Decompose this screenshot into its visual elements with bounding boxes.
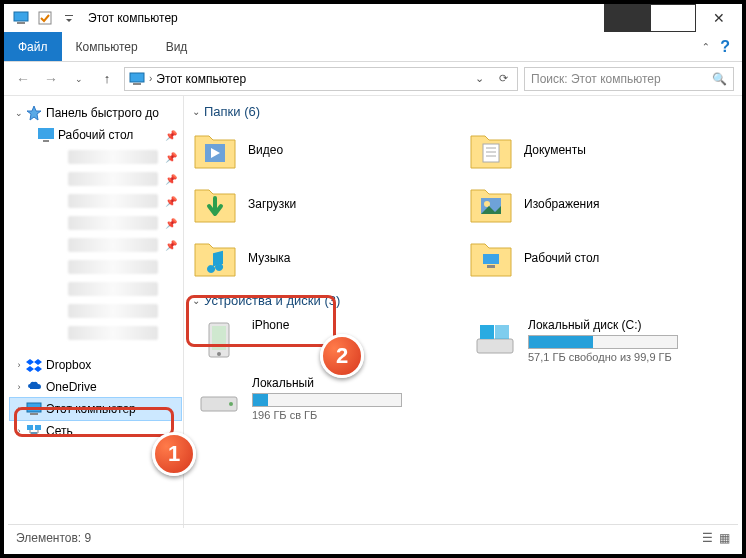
svg-point-26 — [217, 352, 221, 356]
svg-rect-3 — [65, 15, 73, 16]
svg-rect-9 — [27, 403, 41, 412]
sidebar-item-blurred[interactable]: 📌 — [10, 146, 181, 168]
svg-rect-28 — [480, 325, 494, 339]
folder-label: Документы — [524, 143, 586, 157]
folder-icon — [468, 127, 514, 173]
sidebar: ⌄ Панель быстрого до Рабочий стол 📌 📌 📌 … — [4, 96, 184, 528]
nav-recent-button[interactable]: ⌄ — [68, 68, 90, 90]
refresh-button[interactable]: ⟳ — [493, 72, 513, 85]
minimize-button[interactable] — [604, 4, 650, 32]
window-title: Этот компьютер — [88, 11, 178, 25]
folder-icon — [468, 181, 514, 227]
device-label: Локальный диск (C:) — [528, 318, 678, 332]
sidebar-label: Рабочий стол — [58, 128, 165, 142]
svg-rect-25 — [212, 326, 226, 350]
view-large-icon[interactable]: ▦ — [719, 531, 730, 545]
svg-rect-12 — [35, 425, 41, 430]
svg-rect-29 — [495, 325, 509, 339]
folder-item-pictures[interactable]: Изображения — [468, 179, 734, 229]
sidebar-item-onedrive[interactable]: › OneDrive — [10, 376, 181, 398]
svg-rect-4 — [130, 73, 144, 82]
section-devices-header[interactable]: ⌄ Устройства и диски (3) — [192, 289, 734, 314]
pin-icon: 📌 — [165, 152, 177, 163]
section-label: Устройства и диски (3) — [204, 293, 340, 308]
sidebar-label: Этот компьютер — [46, 402, 181, 416]
sidebar-item-network[interactable]: › Сеть — [10, 420, 181, 442]
svg-rect-7 — [38, 128, 54, 139]
search-input[interactable]: Поиск: Этот компьютер 🔍 — [524, 67, 734, 91]
sidebar-item-dropbox[interactable]: › Dropbox — [10, 354, 181, 376]
status-elements: Элементов: 9 — [16, 531, 91, 545]
sidebar-label: Dropbox — [46, 358, 181, 372]
device-item-disk-c[interactable]: Локальный диск (C:) 57,1 ГБ свободно из … — [468, 314, 734, 368]
svg-rect-5 — [133, 83, 141, 85]
nav-up-button[interactable]: ↑ — [96, 68, 118, 90]
pc-icon — [129, 72, 145, 86]
chevron-down-icon: ⌄ — [192, 106, 200, 117]
folder-icon — [192, 181, 238, 227]
ribbon-collapse-icon[interactable]: ⌄ — [702, 41, 710, 52]
sidebar-item-desktop[interactable]: Рабочий стол 📌 — [10, 124, 181, 146]
svg-rect-1 — [17, 22, 25, 24]
svg-rect-16 — [483, 144, 499, 162]
svg-rect-10 — [30, 413, 38, 415]
address-dropdown-button[interactable]: ⌄ — [469, 72, 489, 85]
sidebar-item-quick-access[interactable]: ⌄ Панель быстрого до — [10, 102, 181, 124]
folder-item-desktop[interactable]: Рабочий стол — [468, 233, 734, 283]
tab-view[interactable]: Вид — [152, 32, 202, 61]
content-pane: ⌄ Папки (6) Видео Документы — [184, 96, 742, 528]
svg-rect-2 — [39, 12, 51, 24]
address-separator-icon: › — [149, 73, 152, 84]
sidebar-item-blurred[interactable] — [10, 278, 181, 300]
svg-rect-27 — [477, 339, 513, 353]
sidebar-item-blurred[interactable] — [10, 322, 181, 344]
folder-icon — [192, 127, 238, 173]
device-item-iphone[interactable]: iPhone — [192, 314, 458, 368]
nav-back-button[interactable]: ← — [12, 68, 34, 90]
nav-forward-button[interactable]: → — [40, 68, 62, 90]
sidebar-item-this-pc[interactable]: › Этот компьютер — [10, 398, 181, 420]
address-bar[interactable]: › Этот компьютер ⌄ ⟳ — [124, 67, 518, 91]
maximize-button[interactable] — [650, 4, 696, 32]
navbar: ← → ⌄ ↑ › Этот компьютер ⌄ ⟳ Поиск: Этот… — [4, 62, 742, 96]
folder-item-video[interactable]: Видео — [192, 125, 458, 175]
section-folders-header[interactable]: ⌄ Папки (6) — [192, 100, 734, 125]
view-details-icon[interactable]: ☰ — [702, 531, 713, 545]
desktop-icon — [38, 127, 54, 143]
pin-icon: 📌 — [165, 240, 177, 251]
tab-computer[interactable]: Компьютер — [62, 32, 152, 61]
sidebar-item-blurred[interactable]: 📌 — [10, 234, 181, 256]
chevron-down-icon: ⌄ — [12, 108, 26, 118]
folder-item-music[interactable]: Музыка — [192, 233, 458, 283]
svg-rect-22 — [483, 254, 499, 264]
pin-icon: 📌 — [165, 218, 177, 229]
sidebar-item-blurred[interactable] — [10, 300, 181, 322]
folder-label: Музыка — [248, 251, 290, 265]
qat-pc-icon — [10, 7, 32, 29]
qat-overflow[interactable] — [58, 7, 80, 29]
sidebar-item-blurred[interactable]: 📌 — [10, 190, 181, 212]
chevron-right-icon: › — [12, 382, 26, 392]
pin-icon: 📌 — [165, 196, 177, 207]
sidebar-label: Сеть — [46, 424, 181, 438]
chevron-right-icon: › — [12, 426, 26, 436]
drive-icon — [196, 376, 242, 422]
sidebar-item-blurred[interactable] — [10, 256, 181, 278]
sidebar-item-blurred[interactable]: 📌 — [10, 212, 181, 234]
help-icon[interactable]: ? — [720, 38, 730, 56]
folder-item-documents[interactable]: Документы — [468, 125, 734, 175]
folder-item-downloads[interactable]: Загрузки — [192, 179, 458, 229]
tab-file[interactable]: Файл — [4, 32, 62, 61]
svg-rect-8 — [43, 140, 49, 142]
search-icon: 🔍 — [712, 72, 727, 86]
folder-label: Загрузки — [248, 197, 296, 211]
network-icon — [26, 423, 42, 439]
folder-icon — [468, 235, 514, 281]
device-item-disk-local[interactable]: Локальный 196 ГБ св ГБ — [192, 372, 458, 426]
qat-checkbox-icon[interactable] — [34, 7, 56, 29]
sidebar-item-blurred[interactable]: 📌 — [10, 168, 181, 190]
device-label: Локальный — [252, 376, 402, 390]
star-icon — [26, 105, 42, 121]
section-label: Папки (6) — [204, 104, 260, 119]
close-button[interactable]: ✕ — [696, 4, 742, 32]
